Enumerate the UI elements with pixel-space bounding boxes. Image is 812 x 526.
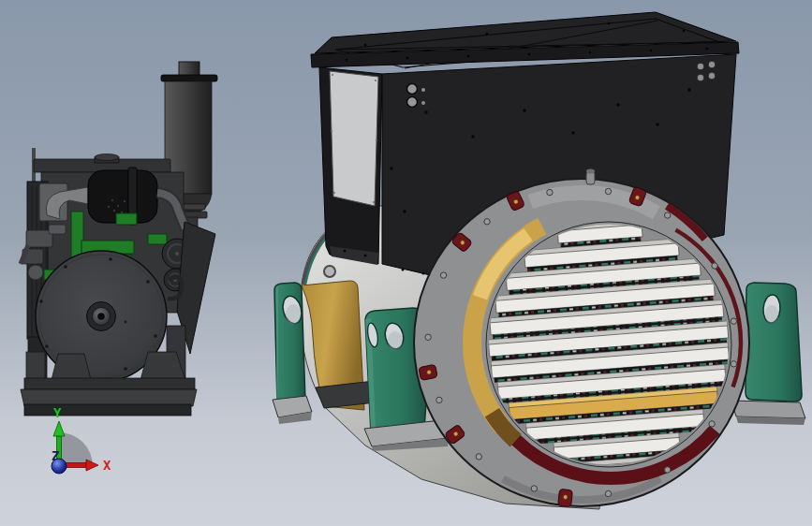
rim-bolt-hole [665, 212, 671, 218]
rim-bolt-hole [731, 361, 736, 367]
rim-tab [419, 364, 437, 380]
rim-bolt-hole [436, 397, 442, 402]
z-axis-sphere [52, 459, 66, 474]
rim-tab-bolt [563, 495, 568, 500]
rim-bolt-hole [605, 490, 611, 496]
rim-tab [558, 489, 573, 506]
eyebolt [586, 169, 595, 185]
flange-hole [324, 266, 335, 277]
rim-bolt-hole [605, 188, 611, 194]
rim-bolt-hole [476, 454, 481, 460]
cad-viewport: Z Y X [0, 0, 812, 526]
rim-bolt-hole [484, 219, 490, 225]
x-axis-label: X [103, 458, 111, 473]
rim-bolt-hole [531, 486, 537, 491]
rim-bolt-hole [425, 334, 431, 340]
rim-bolt-hole [712, 263, 717, 269]
terminal-box-side-panel[interactable] [330, 71, 378, 206]
y-axis-label: Y [53, 405, 62, 420]
foot-pad [731, 401, 805, 418]
rim-bolt-hole [709, 421, 715, 427]
rim-bolt-hole [665, 467, 671, 473]
rim-bolt-hole [440, 272, 446, 278]
rim-bolt-hole [731, 318, 736, 324]
rim-bolt-hole [547, 189, 553, 195]
